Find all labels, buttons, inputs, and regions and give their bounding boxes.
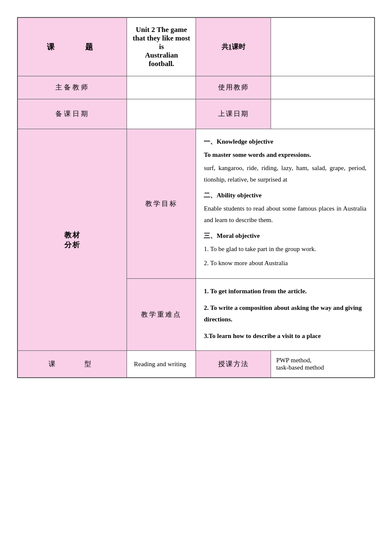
hours-num: 1	[228, 43, 232, 50]
zhongnan-content: 1. To get information from the article. …	[196, 279, 375, 351]
knowledge-heading: 一、Knowledge objective	[204, 136, 366, 147]
knowledge-body: surf, kangaroo, ride, riding, lazy, ham,…	[204, 162, 366, 185]
mubiao-label: 教学目标	[127, 129, 196, 279]
keti-label-text: 课 题	[47, 43, 98, 51]
jiaocai-label-text: 教材分析	[20, 230, 124, 250]
kuxing-value-text: Reading and writing	[134, 361, 186, 367]
moral-heading-text: 三、Moral objective	[204, 232, 259, 239]
keti-content: Unit 2 The game that they like most is A…	[127, 17, 196, 76]
main-table: 课 题 Unit 2 The game that they like most …	[17, 17, 375, 378]
jiaocai-mubiao-row: 教材分析 教学目标 一、Knowledge objective To maste…	[17, 129, 375, 279]
main-teacher-label-text: 主备教师	[55, 84, 89, 91]
zhongnan-item3: 3.To learn how to describe a visit to a …	[204, 330, 366, 342]
ability-heading: 二、Ability objective	[204, 190, 366, 201]
shouke-label-text: 授课方法	[218, 360, 249, 367]
knowledge-body-text: surf, kangaroo, ride, riding, lazy, ham,…	[204, 165, 366, 183]
keti-row: 课 题 Unit 2 The game that they like most …	[17, 17, 375, 76]
zhongnan-item2-text: 2. To write a composition about asking t…	[204, 304, 361, 323]
kuxing-row: 课 型 Reading and writing 授课方法 PWP method,…	[17, 351, 375, 378]
moral-item2-text: 2. To know more about Australia	[204, 260, 288, 266]
zhongnan-label: 教学重难点	[127, 279, 196, 351]
moral-item1: 1. To be glad to take part in the group …	[204, 243, 366, 255]
zhongnan-item3-text: 3.To learn how to describe a visit to a …	[204, 332, 320, 339]
ability-body-text: Enable students to read about some famou…	[204, 205, 366, 223]
zhongnan-item2: 2. To write a composition about asking t…	[204, 302, 366, 325]
kuxing-value: Reading and writing	[127, 351, 196, 378]
keti-label: 课 题	[17, 17, 127, 76]
jiaocai-label: 教材分析	[17, 129, 127, 351]
keti-line1: Unit 2 The game that they like most is	[131, 26, 191, 51]
mubiao-label-text: 教学目标	[145, 200, 178, 207]
mubiao-content: 一、Knowledge objective To master some wor…	[196, 129, 375, 279]
hours-label: 共	[222, 43, 228, 50]
class-date-label-text: 上课日期	[218, 110, 249, 117]
knowledge-subtitle: To master some words and expressions.	[204, 149, 366, 161]
page-container: 课 题 Unit 2 The game that they like most …	[17, 17, 375, 378]
use-teacher-label-text: 使用教师	[218, 84, 249, 91]
knowledge-heading-text: 一、Knowledge objective	[204, 138, 273, 145]
keti-hours: 共1课时	[196, 17, 271, 76]
main-teacher-label: 主备教师	[17, 76, 127, 99]
shouke-value-line2: task-based method	[276, 364, 369, 371]
ability-body: Enable students to read about some famou…	[204, 203, 366, 226]
zhongnan-item1: 1. To get information from the article.	[204, 286, 366, 297]
keti-line2: Australian football.	[131, 51, 191, 68]
knowledge-subtitle-text: To master some words and expressions.	[204, 151, 311, 158]
prepare-date-label: 备课日期	[17, 99, 127, 129]
shouke-value: PWP method, task-based method	[271, 351, 375, 378]
prepare-date-value	[127, 99, 196, 129]
ability-heading-text: 二、Ability objective	[204, 192, 261, 199]
class-date-value	[271, 99, 375, 129]
zhongnan-item1-text: 1. To get information from the article.	[204, 288, 306, 295]
moral-item1-text: 1. To be glad to take part in the group …	[204, 246, 316, 252]
shouke-value-line1: PWP method,	[276, 357, 369, 364]
use-teacher-value	[271, 76, 375, 99]
use-teacher-label: 使用教师	[196, 76, 271, 99]
main-teacher-value	[127, 76, 196, 99]
kuxing-label-text: 课 型	[49, 360, 96, 367]
class-date-label: 上课日期	[196, 99, 271, 129]
moral-heading: 三、Moral objective	[204, 230, 366, 242]
date-row: 备课日期 上课日期	[17, 99, 375, 129]
prepare-date-label-text: 备课日期	[55, 110, 89, 117]
shouke-label: 授课方法	[196, 351, 271, 378]
kuxing-label: 课 型	[17, 351, 127, 378]
moral-item2: 2. To know more about Australia	[204, 257, 366, 269]
teacher-row: 主备教师 使用教师	[17, 76, 375, 99]
hours-unit: 课时	[232, 43, 245, 50]
zhongnan-label-text: 教学重难点	[141, 311, 182, 318]
